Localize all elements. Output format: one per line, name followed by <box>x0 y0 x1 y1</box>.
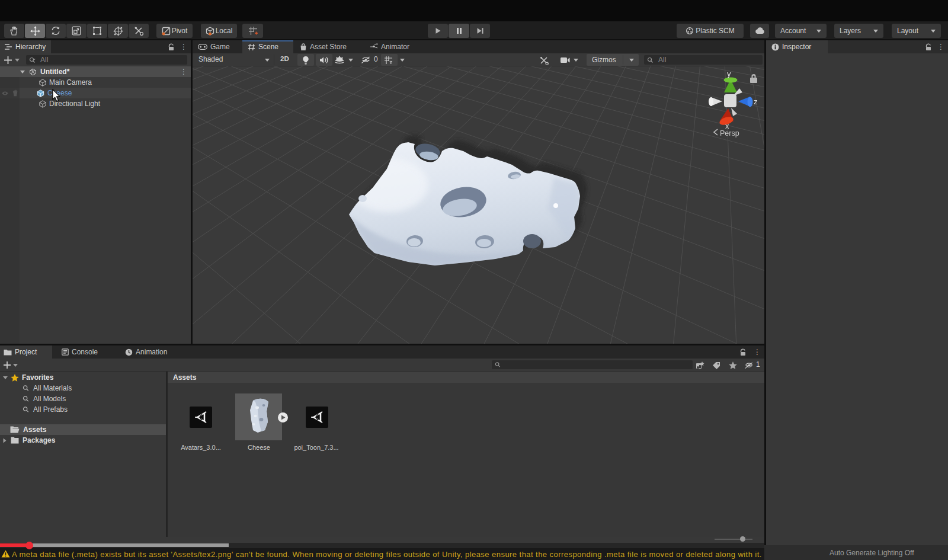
svg-text:z: z <box>754 97 758 106</box>
svg-text:y: y <box>727 69 731 78</box>
svg-text:Persp: Persp <box>720 129 739 137</box>
